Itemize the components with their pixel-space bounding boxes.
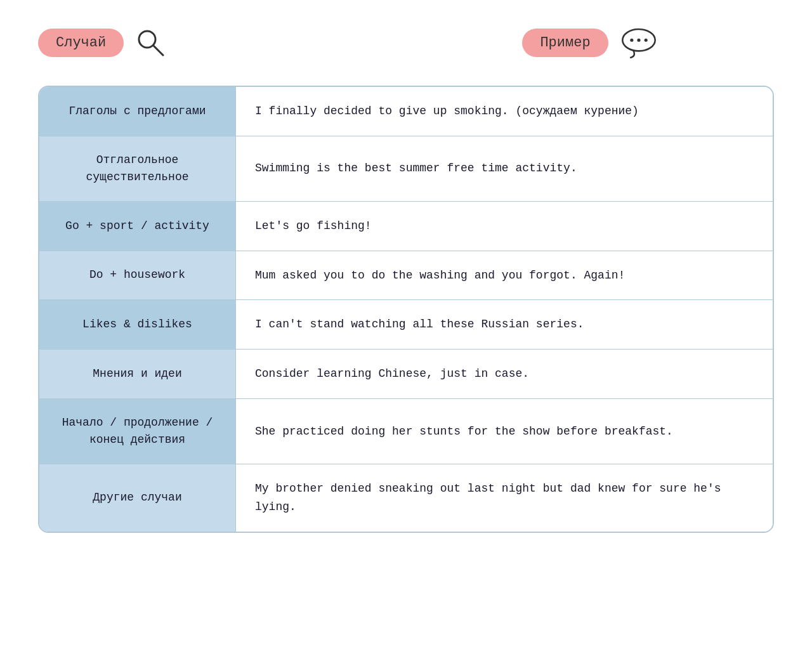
cell-right-0: I finally decided to give up smoking. (о… <box>236 87 773 136</box>
chat-icon <box>620 25 658 60</box>
cell-left-6: Начало / продолжение / конец действия <box>39 399 236 464</box>
cell-left-0: Глаголы с предлогами <box>39 87 236 136</box>
table-row: Мнения и идеи Consider learning Chinese,… <box>39 350 773 399</box>
sluchai-button[interactable]: Случай <box>38 29 124 57</box>
cell-right-2: Let's go fishing! <box>236 202 773 251</box>
search-icon <box>135 27 167 59</box>
cell-right-5: Consider learning Chinese, just in case. <box>236 350 773 398</box>
primer-button[interactable]: Пример <box>522 29 608 57</box>
cell-left-4: Likes & dislikes <box>39 300 236 349</box>
cell-right-1: Swimming is the best summer free time ac… <box>236 136 773 201</box>
svg-point-5 <box>644 39 647 42</box>
cell-left-5: Мнения и идеи <box>39 350 236 398</box>
page-container: Случай Пример Глаголы с предлогами I fin… <box>38 19 774 533</box>
table-row: Go + sport / activity Let's go fishing! <box>39 202 773 251</box>
cell-right-3: Mum asked you to do the washing and you … <box>236 251 773 300</box>
svg-point-4 <box>637 39 640 42</box>
cell-right-6: She practiced doing her stunts for the s… <box>236 399 773 464</box>
cell-left-3: Do + housework <box>39 251 236 300</box>
cell-left-2: Go + sport / activity <box>39 202 236 251</box>
cell-right-7: My brother denied sneaking out last nigh… <box>236 464 773 532</box>
cell-left-7: Другие случаи <box>39 464 236 532</box>
table-row: Глаголы с предлогами I finally decided t… <box>39 87 773 136</box>
svg-line-1 <box>154 46 163 55</box>
cell-left-1: Отглагольное существительное <box>39 136 236 201</box>
svg-point-3 <box>630 39 633 42</box>
table-row: Do + housework Mum asked you to do the w… <box>39 251 773 301</box>
header-left: Случай <box>38 27 406 59</box>
header-right: Пример <box>406 25 774 60</box>
table: Глаголы с предлогами I finally decided t… <box>38 86 774 533</box>
table-row: Другие случаи My brother denied sneaking… <box>39 464 773 532</box>
header: Случай Пример <box>38 19 774 67</box>
table-row: Likes & dislikes I can't stand watching … <box>39 300 773 350</box>
table-row: Начало / продолжение / конец действия Sh… <box>39 399 773 464</box>
cell-right-4: I can't stand watching all these Russian… <box>236 300 773 349</box>
table-row: Отглагольное существительное Swimming is… <box>39 136 773 202</box>
